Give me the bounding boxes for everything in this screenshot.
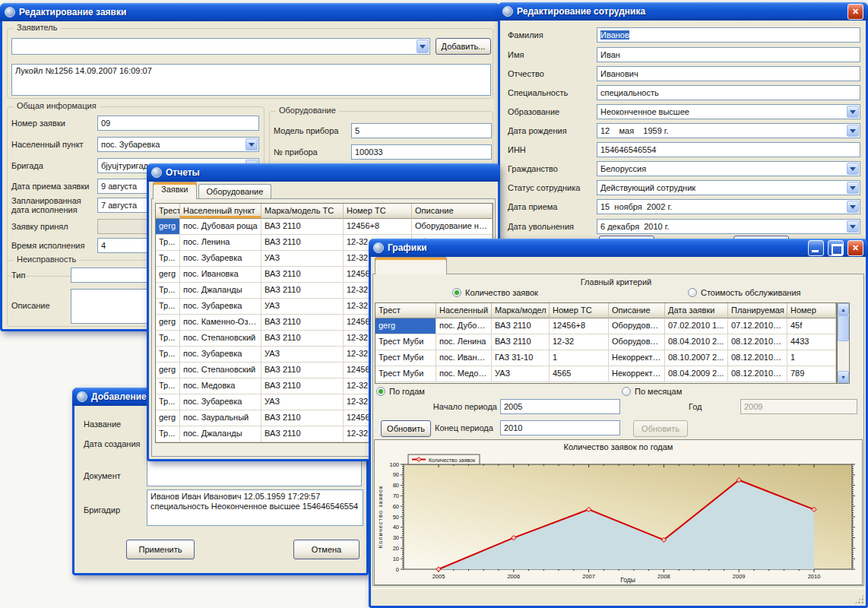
- table-cell: ВАЗ 2110: [261, 426, 344, 442]
- employee-field-input[interactable]: 154646546554: [597, 142, 860, 157]
- chevron-down-icon[interactable]: [847, 182, 859, 194]
- year-input[interactable]: 2009: [740, 399, 857, 414]
- employee-field-combobox[interactable]: 15 ноября 2002 г.: [597, 199, 860, 214]
- table-cell: пос. Зауральный: [180, 410, 261, 426]
- refresh-button[interactable]: Обновить: [381, 420, 431, 437]
- applicant-combobox[interactable]: Лукойл №1256 14.09.2007: [11, 38, 430, 55]
- charts-blank-tab[interactable]: [375, 257, 447, 274]
- chevron-down-icon[interactable]: [847, 220, 859, 233]
- chevron-down-icon[interactable]: [847, 125, 859, 137]
- chevron-down-icon[interactable]: [417, 40, 429, 53]
- column-header[interactable]: Трест: [156, 204, 180, 219]
- employee-field-value: 12 мая 1959 г.: [600, 126, 669, 135]
- request-field-value: пос. Зубаревка: [101, 140, 160, 149]
- applicant-history-box[interactable]: Лукойл №1256 14.09.2007 16:09:07: [11, 64, 491, 96]
- period-end-input[interactable]: 2010: [500, 420, 620, 435]
- scrollbar-thumb[interactable]: [838, 315, 849, 341]
- column-header[interactable]: Номер ТС: [344, 204, 412, 219]
- employee-field-value: 15 ноября 2002 г.: [600, 202, 672, 211]
- column-header[interactable]: Номер ТС: [550, 303, 609, 318]
- status-bar: [371, 588, 866, 606]
- chevron-down-icon[interactable]: [246, 138, 258, 150]
- apply-button[interactable]: Применить: [126, 540, 195, 559]
- column-header[interactable]: Марка/модел: [492, 303, 550, 318]
- column-header[interactable]: Марка/модель ТС: [261, 204, 344, 219]
- column-header[interactable]: Описание: [609, 303, 665, 318]
- window-title: Редактирование заявки: [19, 7, 126, 17]
- table-row[interactable]: Трест Мубипос. ЛенинаВАЗ 211012-32Оборуд…: [375, 334, 836, 350]
- table-cell: пос. Зубаревка: [180, 347, 261, 363]
- app-icon: [5, 7, 15, 17]
- titlebar-reports[interactable]: Отчеты: [147, 163, 500, 182]
- titlebar-edit-request[interactable]: Редактирование заявки: [0, 3, 500, 21]
- employee-field-input[interactable]: Иванович: [597, 66, 860, 81]
- radio-service-cost[interactable]: Стоимость обслуживания: [688, 288, 800, 297]
- table-row[interactable]: gergпос. Дубовая рощаВАЗ 211012456+8Обор…: [156, 219, 493, 235]
- svg-text:Количество заявок: Количество заявок: [429, 458, 476, 463]
- employee-field-combobox[interactable]: Неоконченное высшее: [597, 104, 860, 119]
- maximize-icon[interactable]: [828, 240, 844, 256]
- table-row[interactable]: Трест Мубипос. МедовкаУАЗ4565Некорректн.…: [375, 366, 836, 382]
- close-icon[interactable]: ✕: [847, 240, 863, 256]
- cancel-button[interactable]: Отмена: [293, 540, 360, 559]
- radio-by-years[interactable]: По годам: [376, 387, 425, 396]
- period-end-label: Конец периода: [435, 423, 497, 432]
- employee-field-combobox[interactable]: 6 декабря 2010 г.: [597, 219, 860, 234]
- window-title: Добавление: [91, 391, 147, 402]
- table-row[interactable]: Трест Мубипос. Иванов...ГАЗ 31-101Некорр…: [375, 350, 836, 366]
- column-header[interactable]: Дата заявки: [665, 303, 728, 318]
- column-header[interactable]: Населенный пункт: [180, 204, 261, 219]
- add-applicant-button[interactable]: Добавить...: [436, 38, 491, 55]
- equipment-field-input[interactable]: 5: [351, 123, 492, 138]
- employee-field-value: Неоконченное высшее: [600, 107, 689, 116]
- column-header[interactable]: Номер: [787, 303, 836, 318]
- titlebar-charts[interactable]: Графики ✕: [369, 239, 868, 257]
- request-field-combobox[interactable]: пос. Зубаревка: [97, 137, 259, 152]
- request-field-value: 4: [101, 241, 106, 250]
- radio-by-months[interactable]: По месяцам: [622, 387, 682, 396]
- chevron-down-icon[interactable]: [847, 201, 859, 213]
- column-header[interactable]: Населенный: [436, 303, 492, 318]
- employee-field-label: Фамилия: [508, 30, 593, 40]
- radio-requests-count[interactable]: Количество заявок: [452, 288, 538, 297]
- tab-requests[interactable]: Заявки: [153, 182, 197, 199]
- resize-grip[interactable]: [854, 594, 864, 604]
- employee-field-combobox[interactable]: Белоруссия: [597, 161, 860, 176]
- minimize-icon[interactable]: [808, 240, 824, 256]
- table-cell: Трест Муби: [375, 366, 436, 382]
- column-header[interactable]: Трест: [375, 303, 436, 318]
- request-field-value: бjуujтуригад: [101, 161, 148, 170]
- employee-field-input[interactable]: Иванов: [597, 27, 860, 43]
- scroll-down-icon[interactable]: ▼: [838, 371, 849, 383]
- table-cell: пос. Зубаревка: [180, 394, 261, 410]
- equipment-field-label: № прибора: [274, 147, 350, 157]
- employee-field-combobox[interactable]: 12 мая 1959 г.: [597, 123, 860, 138]
- window-edit-employee: Редактирование сотрудника ✕ ФамилияИвано…: [498, 2, 868, 261]
- table-row[interactable]: gergпос. Дубова...ВАЗ 211012456+8Оборудо…: [375, 318, 836, 334]
- table-cell: 07.02.2010 1...: [665, 318, 728, 334]
- period-end-value: 2010: [504, 423, 522, 432]
- table-header-row: ТрестНаселенныйМарка/моделНомер ТСОписан…: [375, 303, 836, 318]
- column-header[interactable]: Планируемая: [728, 303, 787, 318]
- request-field-input[interactable]: 09: [97, 116, 259, 131]
- chevron-down-icon[interactable]: [847, 106, 859, 118]
- employee-field-label: Гражданство: [508, 164, 593, 173]
- employee-field-input[interactable]: специальность: [597, 85, 860, 100]
- equipment-field-input[interactable]: 100033: [351, 144, 492, 160]
- chevron-down-icon[interactable]: [847, 163, 859, 175]
- titlebar-edit-employee[interactable]: Редактирование сотрудника ✕: [498, 2, 868, 21]
- table-cell: gerg: [156, 410, 180, 426]
- employee-field-input[interactable]: Иван: [597, 47, 860, 62]
- scroll-up-icon[interactable]: ▲: [838, 303, 849, 315]
- employee-field-value: Иванович: [600, 69, 638, 78]
- brigadier-box[interactable]: Иванов Иван Иванович 12.05.1959 17:29:57…: [147, 489, 363, 526]
- period-start-input[interactable]: 2005: [500, 399, 620, 414]
- close-icon[interactable]: ✕: [847, 4, 863, 20]
- employee-field-combobox[interactable]: Действующий сотрудник: [597, 180, 860, 195]
- table-scrollbar[interactable]: ▲ ▼: [837, 302, 850, 384]
- table-cell: УАЗ: [261, 347, 344, 363]
- table-cell: 08.12.2010 2...: [728, 350, 787, 366]
- column-header[interactable]: Описание: [412, 204, 493, 219]
- tab-equipment[interactable]: Оборудование: [198, 184, 272, 199]
- refresh-button-disabled[interactable]: Обновить: [633, 420, 688, 437]
